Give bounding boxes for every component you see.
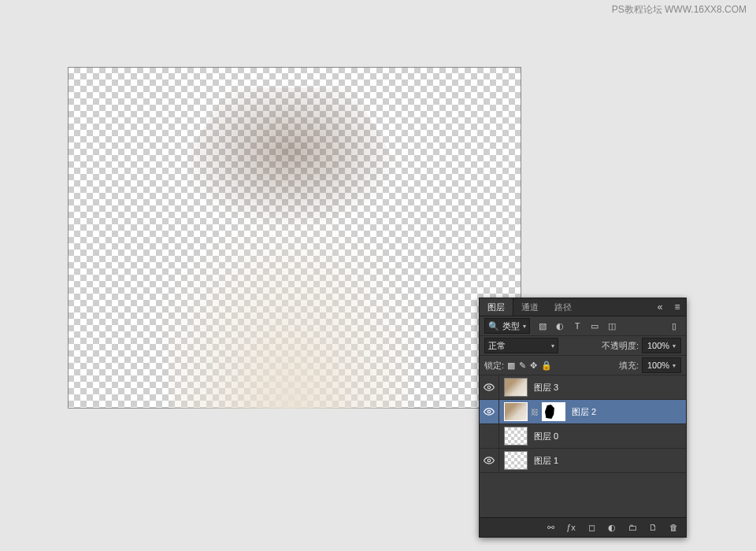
layer-mask-thumbnail[interactable] bbox=[542, 402, 565, 421]
chevron-down-icon: ▾ bbox=[551, 342, 554, 349]
layer-thumbnail[interactable] bbox=[504, 451, 528, 470]
blend-mode-value: 正常 bbox=[488, 340, 506, 352]
opacity-label: 不透明度: bbox=[602, 340, 639, 352]
layer-style-icon[interactable]: ƒx bbox=[565, 523, 577, 532]
new-group-icon[interactable]: 🗀 bbox=[626, 523, 639, 532]
filter-type-dropdown[interactable]: 🔍 类型 ▾ bbox=[484, 318, 530, 334]
lock-transparency-icon[interactable]: ▩ bbox=[507, 361, 515, 371]
svg-point-1 bbox=[487, 410, 491, 413]
chevron-down-icon: ▾ bbox=[523, 323, 526, 330]
lock-all-icon[interactable]: 🔒 bbox=[541, 361, 552, 371]
filter-kind-icons: ▧ ◐ T ▭ ◫ bbox=[536, 321, 618, 331]
layers-bottom-bar: ⚯ ƒx ◻ ◐ 🗀 🗋 🗑 bbox=[480, 517, 686, 537]
filter-toggle-switch[interactable]: ▯ bbox=[667, 319, 681, 333]
eye-icon bbox=[484, 382, 495, 393]
opacity-field[interactable]: 100% ▾ bbox=[642, 338, 681, 353]
document-canvas[interactable] bbox=[68, 67, 521, 409]
layer-row[interactable]: ⛓ 图层 2 bbox=[480, 400, 686, 424]
link-layers-icon[interactable]: ⚯ bbox=[544, 523, 557, 533]
panel-tabs: 图层 通道 路径 « ≡ bbox=[480, 298, 686, 316]
delete-layer-icon[interactable]: 🗑 bbox=[667, 523, 680, 532]
layer-row[interactable]: 图层 0 bbox=[480, 424, 686, 449]
layer-name[interactable]: 图层 2 bbox=[570, 406, 681, 418]
layer-thumbnail[interactable] bbox=[504, 378, 528, 397]
new-adjustment-icon[interactable]: ◐ bbox=[606, 523, 618, 533]
fill-label: 填充: bbox=[619, 360, 639, 372]
mask-link-icon[interactable]: ⛓ bbox=[531, 408, 539, 416]
layer-name[interactable]: 图层 1 bbox=[532, 455, 681, 467]
lock-pixels-icon[interactable]: ✎ bbox=[519, 361, 526, 371]
close-panel-icon[interactable]: « bbox=[651, 301, 669, 312]
visibility-toggle[interactable] bbox=[480, 424, 499, 448]
layers-panel: 图层 通道 路径 « ≡ 🔍 类型 ▾ ▧ ◐ T ▭ ◫ ▯ 正常 ▾ 不透明… bbox=[479, 298, 687, 538]
lock-position-icon[interactable]: ✥ bbox=[530, 361, 537, 371]
opacity-value: 100% bbox=[647, 341, 669, 350]
blend-row: 正常 ▾ 不透明度: 100% ▾ bbox=[480, 336, 686, 356]
eye-icon bbox=[484, 406, 495, 417]
filter-smartobject-icon[interactable]: ◫ bbox=[606, 321, 618, 331]
layer-name[interactable]: 图层 3 bbox=[532, 382, 681, 394]
filter-type-icon[interactable]: T bbox=[571, 321, 584, 331]
filter-type-label: 类型 bbox=[502, 320, 520, 332]
svg-point-0 bbox=[487, 386, 491, 389]
add-mask-icon[interactable]: ◻ bbox=[585, 523, 598, 533]
layer-thumbnail[interactable] bbox=[504, 402, 528, 421]
tab-channels[interactable]: 通道 bbox=[513, 298, 547, 316]
filter-shape-icon[interactable]: ▭ bbox=[588, 321, 601, 331]
eye-icon bbox=[484, 455, 495, 466]
layer-list: 图层 3 ⛓ 图层 2 图层 0 图层 1 bbox=[480, 375, 686, 473]
blend-mode-dropdown[interactable]: 正常 ▾ bbox=[484, 338, 558, 353]
visibility-toggle[interactable] bbox=[480, 449, 499, 472]
lock-icons: ▩ ✎ ✥ 🔒 bbox=[507, 361, 552, 371]
panel-menu-icon[interactable]: ≡ bbox=[669, 301, 686, 312]
layer-name[interactable]: 图层 0 bbox=[532, 431, 681, 442]
svg-point-2 bbox=[487, 459, 491, 462]
layer-filter-row: 🔍 类型 ▾ ▧ ◐ T ▭ ◫ ▯ bbox=[480, 316, 686, 336]
chevron-down-icon: ▾ bbox=[673, 342, 676, 349]
layer-thumbnail[interactable] bbox=[504, 427, 528, 446]
fill-value: 100% bbox=[647, 361, 669, 370]
filter-image-icon[interactable]: ▧ bbox=[536, 321, 549, 331]
new-layer-icon[interactable]: 🗋 bbox=[647, 523, 659, 532]
filter-adjustment-icon[interactable]: ◐ bbox=[554, 321, 566, 331]
tab-paths[interactable]: 路径 bbox=[547, 298, 580, 316]
chevron-down-icon: ▾ bbox=[673, 362, 676, 369]
watermark-text: PS教程论坛 WWW.16XX8.COM bbox=[612, 3, 747, 17]
visibility-toggle[interactable] bbox=[480, 400, 499, 423]
layer-row[interactable]: 图层 1 bbox=[480, 449, 686, 473]
canvas-subject bbox=[68, 67, 521, 409]
search-icon: 🔍 bbox=[488, 321, 499, 331]
layer-row[interactable]: 图层 3 bbox=[480, 375, 686, 400]
tab-layers[interactable]: 图层 bbox=[480, 298, 513, 316]
lock-row: 锁定: ▩ ✎ ✥ 🔒 填充: 100% ▾ bbox=[480, 356, 686, 375]
fill-field[interactable]: 100% ▾ bbox=[642, 357, 681, 373]
subject-silhouette bbox=[135, 87, 444, 409]
visibility-toggle[interactable] bbox=[480, 375, 499, 399]
lock-label: 锁定: bbox=[484, 360, 504, 372]
